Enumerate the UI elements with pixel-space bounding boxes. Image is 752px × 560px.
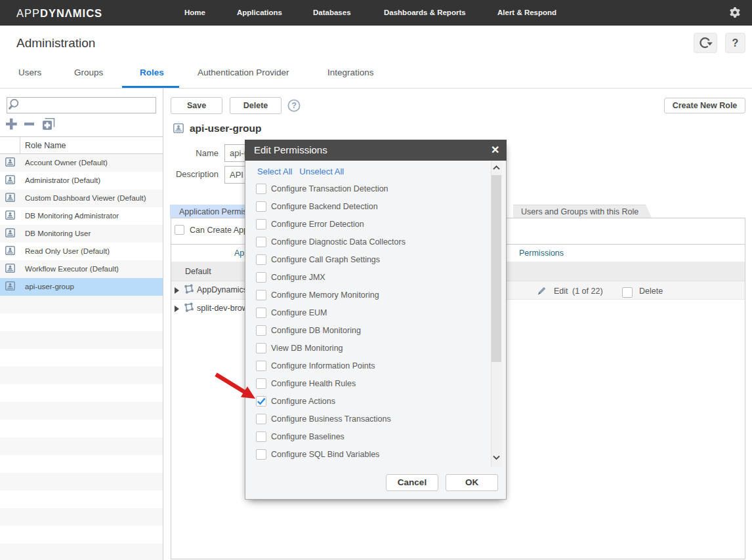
svg-text:?: ? bbox=[291, 101, 297, 110]
